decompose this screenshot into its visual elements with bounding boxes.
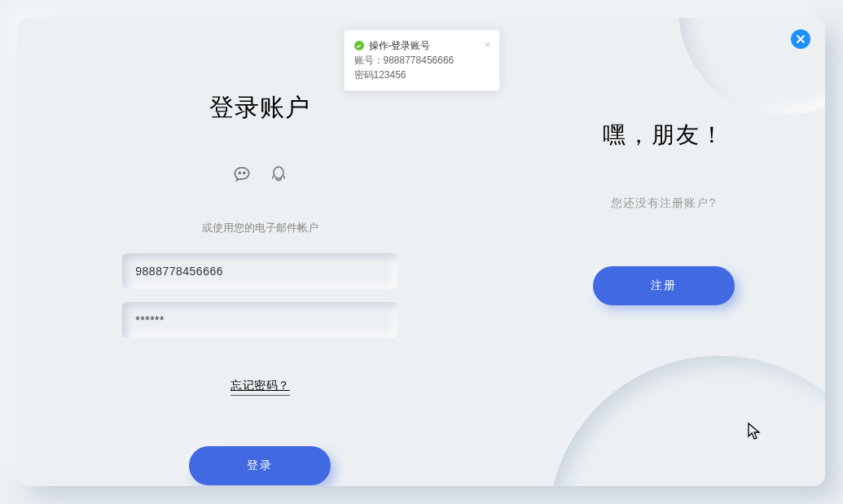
toast-close-icon[interactable]: × [485, 37, 491, 53]
svg-point-1 [244, 172, 245, 173]
toast-line-2: 密码123456 [354, 68, 490, 82]
social-login-row [231, 164, 288, 185]
toast-title: 操作-登录账号 [369, 38, 431, 53]
login-button[interactable]: 登录 [189, 446, 331, 485]
promo-subtitle: 您还没有注册账户? [611, 196, 716, 211]
toast-line-1: 账号：9888778456666 [354, 53, 490, 68]
password-input[interactable] [135, 313, 384, 327]
svg-point-2 [274, 167, 283, 178]
svg-point-0 [239, 172, 241, 173]
forgot-password-link[interactable]: 忘记密码？ [231, 379, 290, 396]
check-icon [354, 41, 364, 50]
notification-toast: 操作-登录账号 账号：9888778456666 密码123456 × [344, 29, 500, 91]
close-icon[interactable] [791, 29, 810, 49]
username-input[interactable] [135, 265, 384, 278]
decorative-circle-bottom [548, 356, 825, 486]
promo-title: 嘿，朋友！ [603, 120, 725, 151]
register-button[interactable]: 注册 [593, 266, 735, 305]
wechat-icon[interactable] [231, 164, 252, 185]
username-input-wrap [122, 253, 397, 289]
login-title: 登录账户 [209, 91, 310, 125]
password-input-wrap [122, 302, 397, 338]
qq-icon[interactable] [269, 164, 288, 185]
login-hint-text: 或使用您的电子邮件帐户 [202, 221, 318, 235]
register-promo-panel: 嘿，朋友！ 您还没有注册账户? 注册 [503, 18, 825, 486]
